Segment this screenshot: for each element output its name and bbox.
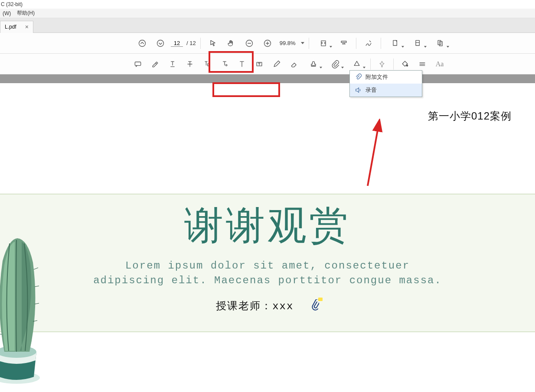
svg-point-14 <box>406 65 408 66</box>
toolbar-annotate: Aa 附加文件 录音 <box>0 54 535 75</box>
pencil-button[interactable] <box>269 56 284 72</box>
attach-button[interactable] <box>325 56 345 72</box>
dropdown-record-audio[interactable]: 录音 <box>350 84 422 97</box>
eraser-button[interactable] <box>286 56 302 72</box>
paperclip-icon <box>311 299 319 311</box>
page-down-button[interactable] <box>153 36 168 51</box>
svg-line-15 <box>368 123 379 186</box>
page-number-input[interactable] <box>171 40 183 47</box>
hand-tool-button[interactable] <box>223 36 239 51</box>
strikethrough-button[interactable] <box>182 56 198 72</box>
separator <box>200 38 201 49</box>
export-button[interactable] <box>385 36 405 51</box>
fill-button[interactable] <box>397 56 413 72</box>
comment-button[interactable] <box>130 56 146 72</box>
separator <box>370 58 371 70</box>
page-up-button[interactable] <box>134 36 150 51</box>
slide-subtitle: Lorem ipsum dolor sit amet, consectetuer… <box>0 259 535 288</box>
sign-button[interactable] <box>361 36 376 51</box>
text-tool-button[interactable] <box>234 56 250 72</box>
dropdown-attach-file-label: 附加文件 <box>365 73 388 81</box>
page-total: / 12 <box>186 40 196 46</box>
paperclip-icon <box>354 73 362 81</box>
font-button[interactable]: Aa <box>432 56 447 72</box>
svg-point-12 <box>226 64 227 65</box>
zoom-dropdown-caret[interactable] <box>301 42 304 44</box>
speaker-icon <box>354 86 362 94</box>
shape-button[interactable] <box>347 56 367 72</box>
svg-point-0 <box>139 40 146 46</box>
lines-button[interactable] <box>414 56 430 72</box>
menu-help[interactable]: 帮助(H) <box>15 9 36 18</box>
separator <box>381 38 381 49</box>
slide-title: 谢谢观赏 <box>0 202 535 249</box>
document-tab[interactable]: L.pdf × <box>0 21 33 33</box>
window-title: C (32-bit) <box>1 1 23 7</box>
gray-divider <box>0 75 535 83</box>
svg-rect-11 <box>208 64 210 66</box>
svg-line-22 <box>0 334 2 334</box>
toolbar-main: / 12 99.8% <box>0 33 535 54</box>
text-highlight-button[interactable] <box>199 56 215 72</box>
close-tab-icon[interactable]: × <box>25 23 29 30</box>
document-viewport[interactable]: 第一小学012案例 谢谢观赏 Lorem ipsum dolor sit ame… <box>0 83 535 392</box>
zoom-value: 99.8% <box>280 40 296 46</box>
tab-bar: L.pdf × <box>0 18 535 33</box>
svg-point-1 <box>157 40 164 46</box>
page-layout-button[interactable] <box>408 36 428 51</box>
select-tool-button[interactable] <box>205 36 221 51</box>
stamp-button[interactable] <box>303 56 323 72</box>
arrow-annotation <box>360 119 395 190</box>
note-badge-icon <box>318 298 323 301</box>
separator <box>356 38 356 49</box>
svg-rect-5 <box>341 41 346 42</box>
fit-page-button[interactable] <box>313 36 333 51</box>
dropdown-attach-file[interactable]: 附加文件 <box>350 71 422 84</box>
tab-label: L.pdf <box>5 24 16 30</box>
page-header-text: 第一小学012案例 <box>428 109 512 123</box>
text-note-button[interactable] <box>217 56 232 72</box>
menu-bar: (W) 帮助(H) <box>0 9 535 18</box>
svg-rect-10 <box>135 62 140 65</box>
slide-teacher-line: 授课老师：xxx <box>0 299 535 314</box>
attach-dropdown: 附加文件 录音 <box>349 70 422 97</box>
separator <box>309 38 309 49</box>
highlight-pen-button[interactable] <box>147 56 163 72</box>
svg-point-17 <box>0 346 36 358</box>
textbox-button[interactable] <box>251 56 267 72</box>
read-mode-button[interactable] <box>336 36 352 51</box>
zoom-out-button[interactable] <box>241 36 257 51</box>
slide-block: 谢谢观赏 Lorem ipsum dolor sit amet, consect… <box>0 194 535 332</box>
underline-button[interactable] <box>165 56 180 72</box>
svg-point-16 <box>0 372 40 384</box>
svg-rect-7 <box>416 40 419 45</box>
window-titlebar: C (32-bit) <box>0 0 535 9</box>
attachment-marker[interactable] <box>311 299 319 314</box>
separator <box>393 58 394 70</box>
pin-button[interactable] <box>374 56 390 72</box>
menu-window[interactable]: (W) <box>1 10 13 17</box>
more-pages-button[interactable] <box>431 36 450 51</box>
dropdown-record-audio-label: 录音 <box>365 86 377 94</box>
zoom-in-button[interactable] <box>260 36 275 51</box>
